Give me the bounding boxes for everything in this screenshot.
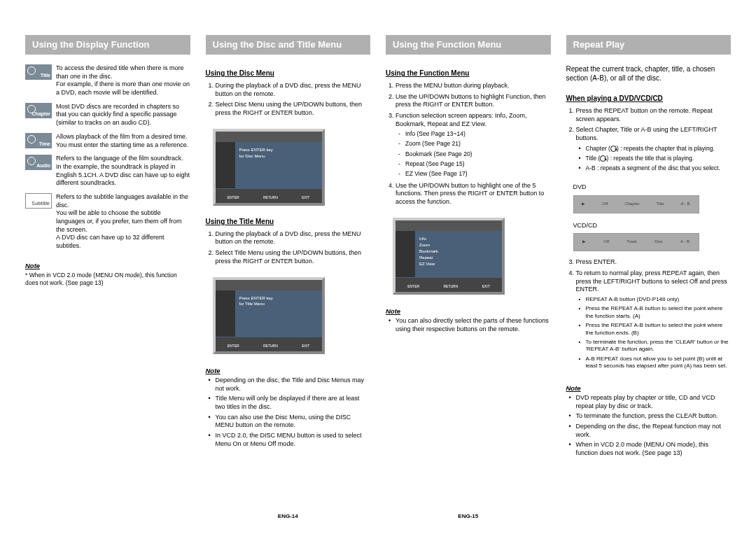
sublist: Info (See Page 13~14) Zoom (See Page 21)… [396,130,551,177]
feature-row: Title To access the desired title when t… [25,64,190,97]
page-number: ENG-15 [386,513,551,520]
subtitle-icon: Subtitle [25,193,52,209]
note-item: Depending on the disc, the Title and Dis… [216,377,371,393]
step: Select Title Menu using the UP/DOWN butt… [216,249,371,265]
column-display-function: Using the Display Function Title To acce… [21,35,195,520]
step-list: Press the REPEAT button on the remote. R… [566,107,732,176]
note-item: When in VCD 2.0 mode (MENU ON mode), thi… [576,441,732,457]
step: Select Chapter, Title or A-B using the L… [576,126,732,172]
note-heading: Note [25,262,190,270]
step: Function selection screen appears: Info,… [396,112,551,178]
osd-vcd: ▶ Off Track Disc A - B [573,233,699,251]
step: Select Disc Menu using the UP/DOWN butto… [216,101,371,117]
title-icon: Title [25,64,52,80]
osd-label: VCD/CD [573,222,732,230]
note-heading: Note [386,307,551,316]
subsection-title: When playing a DVD/VCD/CD [566,94,732,103]
note-list: DVD repeats play by chapter or title, CD… [566,394,732,460]
note-list: Depending on the disc, the Title and Dis… [206,377,371,451]
feature-row: Time Allows playback of the film from a … [25,133,190,149]
subsection-title: Using the Title Menu [206,217,371,226]
note-list: You can also directly select the parts o… [386,317,551,335]
feature-row: Subtitle Refers to the subtitle language… [25,193,190,251]
section-header: Using the Display Function [25,35,190,55]
repeat-icon [610,146,617,152]
step: Use the UP/DOWN buttons to highlight Fun… [396,93,551,109]
note-heading: Note [206,367,371,375]
disc-menu-screenshot: Press ENTER key for Disc Menu ENTERRETUR… [213,129,325,206]
feature-row: Chapter Most DVD discs are recorded in c… [25,103,190,127]
note-item: You can also directly select the parts o… [396,317,551,333]
step: Use the UP/DOWN button to highlight one … [396,182,551,206]
page-number: ENG-14 [206,513,371,520]
osd-label: DVD [573,183,732,192]
osd-dvd: ▶ Off Chapter Title A - B [573,195,699,213]
audio-icon: Audio [25,155,52,170]
note-item: In VCD 2.0, the DISC MENU button is used… [216,432,371,448]
step-list: Press ENTER. To return to normal play, p… [566,258,732,374]
page-spread: Using the Display Function Title To acce… [0,0,756,534]
step: Press ENTER. [576,258,732,267]
column-repeat-play: Repeat Play Repeat the current track, ch… [562,35,736,520]
step: During the playback of a DVD disc, press… [216,230,371,246]
step: During the playback of a DVD disc, press… [216,82,371,98]
feature-text: Refers to the language of the film sound… [56,155,190,188]
column-function-menu: Using the Function Menu Using the Functi… [382,35,555,520]
chapter-icon: Chapter [25,103,52,118]
step-list: During the playback of a DVD disc, press… [206,230,371,269]
note-heading: Note [566,384,732,393]
step-list: During the playback of a DVD disc, press… [206,82,371,120]
note-item: Title Menu will only be displayed if the… [216,395,371,411]
feature-text: To access the desired title when there i… [56,64,190,97]
feature-text: Allows playback of the film from a desir… [56,133,190,149]
feature-text: Refers to the subtitle languages availab… [56,193,190,251]
step: Press the REPEAT button on the remote. R… [576,107,732,123]
title-menu-screenshot: Press ENTER key for Title Menu ENTERRETU… [213,277,325,354]
section-header: Using the Function Menu [386,35,551,55]
step-list: Press the MENU button during playback. U… [386,82,551,209]
column-disc-title-menu: Using the Disc and Title Menu Using the … [202,35,375,520]
step: Press the MENU button during playback. [396,82,551,90]
note-item: Depending on the disc, the Repeat functi… [576,423,732,439]
feature-row: Audio Refers to the language of the film… [25,155,190,188]
sublist: REPEAT A-B button (DVD-P148 only) Press … [576,296,732,370]
function-menu-screenshot: Info Zoom Bookmark Repeat EZ View ENTERR… [393,218,505,295]
section-header: Using the Disc and Title Menu [206,35,371,55]
feature-text: Most DVD discs are recorded in chapters … [56,103,190,127]
intro-text: Repeat the current track, chapter, title… [566,64,732,83]
section-header: Repeat Play [566,35,732,55]
note-item: You can also use the Disc Menu, using th… [216,414,371,430]
subsection-title: Using the Function Menu [386,69,551,78]
sublist: Chapter () : repeats the chapter that is… [576,145,732,172]
note-item: DVD repeats play by chapter or title, CD… [576,394,732,410]
time-icon: Time [25,133,52,148]
subsection-title: Using the Disc Menu [206,69,371,78]
note-text: * When in VCD 2.0 mode (MENU ON mode), t… [25,272,190,287]
step: To return to normal play, press REPEAT a… [576,269,732,370]
note-item: To terminate the function, press the CLE… [576,412,732,421]
